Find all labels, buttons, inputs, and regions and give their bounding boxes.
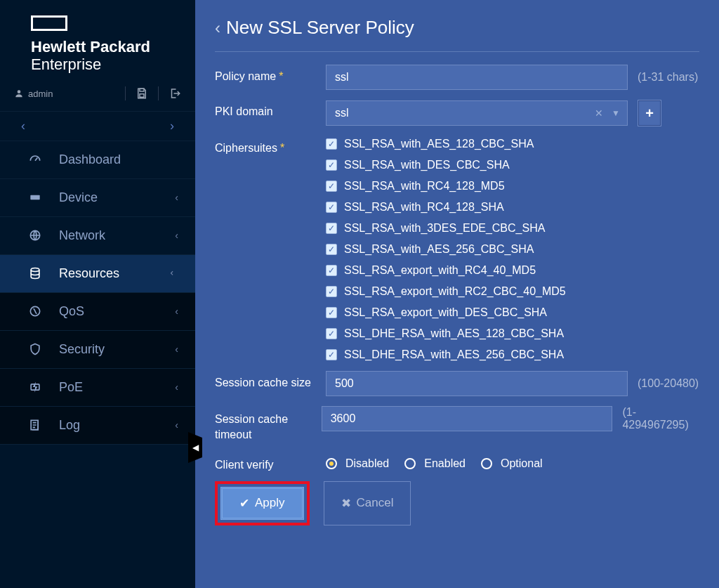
ciphersuite-label: SSL_RSA_export_with_RC4_40_MD5 [344, 264, 536, 277]
ciphersuite-item[interactable]: ✓SSL_RSA_export_with_DES_CBC_SHA [326, 306, 566, 319]
log-icon [28, 418, 46, 432]
cancel-button-label: Cancel [357, 496, 394, 510]
page-title: New SSL Server Policy [226, 17, 414, 39]
checkbox-icon[interactable]: ✓ [326, 265, 337, 276]
svg-point-5 [31, 268, 39, 272]
pki-domain-value: ssl [326, 101, 589, 125]
policy-name-input[interactable] [326, 65, 628, 90]
sidebar-item-device[interactable]: Device ‹ [0, 179, 195, 217]
checkbox-icon[interactable]: ✓ [326, 244, 337, 255]
clear-icon[interactable]: ✕ [589, 107, 609, 119]
database-icon [28, 266, 46, 280]
main-content: ‹ New SSL Server Policy Policy name* (1-… [195, 0, 719, 588]
ciphersuite-label: SSL_RSA_with_RC4_128_MD5 [344, 180, 505, 192]
checkbox-icon[interactable]: ✓ [326, 181, 337, 192]
ciphersuite-item[interactable]: ✓SSL_RSA_with_AES_256_CBC_SHA [326, 243, 566, 256]
ciphersuite-item[interactable]: ✓SSL_RSA_with_DES_CBC_SHA [326, 159, 566, 171]
pki-domain-select[interactable]: ssl ✕ ▼ [326, 100, 628, 126]
ciphersuite-label: SSL_RSA_export_with_RC2_CBC_40_MD5 [344, 285, 566, 298]
ciphersuite-item[interactable]: ✓SSL_RSA_with_AES_128_CBC_SHA [326, 138, 566, 150]
svg-rect-1 [140, 89, 144, 91]
sidebar-item-label: Device [59, 190, 175, 205]
svg-rect-3 [30, 195, 39, 200]
chevron-left-icon: ‹ [175, 381, 178, 393]
checkbox-icon[interactable]: ✓ [326, 328, 337, 339]
logout-icon[interactable] [169, 87, 181, 100]
policy-name-label: Policy name* [215, 65, 326, 83]
session-cache-timeout-input[interactable] [322, 406, 613, 431]
client-verify-label: Client verify [215, 453, 326, 471]
session-cache-timeout-label: Session cache timeout [215, 406, 322, 443]
sidebar-item-poe[interactable]: PoE ‹ [0, 369, 195, 407]
add-pki-domain-button[interactable]: + [638, 100, 661, 126]
ciphersuite-item[interactable]: ✓SSL_DHE_RSA_with_AES_128_CBC_SHA [326, 327, 566, 340]
cancel-button[interactable]: ✖ Cancel [324, 481, 411, 525]
radio-optional[interactable] [481, 458, 492, 469]
session-cache-size-hint: (100-20480) [638, 377, 699, 390]
radio-label: Optional [501, 457, 543, 470]
session-cache-size-label: Session cache size [215, 371, 326, 389]
ciphersuite-item[interactable]: ✓SSL_RSA_with_3DES_EDE_CBC_SHA [326, 222, 566, 235]
chevron-left-icon: ‹ [175, 419, 178, 431]
device-icon [28, 190, 46, 204]
checkbox-icon[interactable]: ✓ [326, 307, 337, 318]
ciphersuite-label: SSL_RSA_with_DES_CBC_SHA [344, 159, 510, 171]
ciphersuite-item[interactable]: ✓SSL_RSA_export_with_RC2_CBC_40_MD5 [326, 285, 566, 298]
checkbox-icon[interactable]: ✓ [326, 138, 337, 150]
ciphersuite-label: SSL_DHE_RSA_with_AES_256_CBC_SHA [344, 348, 564, 361]
sidebar-item-qos[interactable]: QoS ‹ [0, 293, 195, 331]
nav-prev-icon[interactable]: ‹ [21, 119, 25, 133]
svg-rect-2 [140, 94, 144, 98]
session-cache-size-input[interactable] [326, 371, 628, 396]
brand: Hewlett Packard Enterprise [0, 0, 195, 84]
ciphersuite-label: SSL_RSA_with_RC4_128_SHA [344, 201, 504, 214]
sidebar-item-label: PoE [59, 380, 175, 395]
user-icon [14, 89, 24, 98]
apply-button[interactable]: ✔ Apply [220, 487, 304, 520]
checkbox-icon[interactable]: ✓ [326, 159, 337, 171]
sidebar-item-label: Resources [59, 266, 170, 281]
radio-enabled[interactable] [404, 458, 416, 469]
sidebar-item-network[interactable]: Network ‹ [0, 217, 195, 255]
close-icon: ✖ [341, 496, 351, 511]
client-verify-radios: DisabledEnabledOptional [326, 453, 553, 470]
ciphersuite-item[interactable]: ✓SSL_DHE_RSA_with_AES_256_CBC_SHA [326, 348, 566, 361]
pki-domain-label: PKI domain [215, 100, 326, 118]
sidebar-item-label: Log [59, 418, 175, 433]
back-icon[interactable]: ‹ [215, 18, 220, 38]
sidebar-item-label: Network [59, 228, 175, 243]
save-icon[interactable] [136, 87, 148, 100]
checkbox-icon[interactable]: ✓ [326, 286, 337, 297]
ciphersuite-label: SSL_RSA_with_3DES_EDE_CBC_SHA [344, 222, 545, 235]
sidebar-item-log[interactable]: Log ‹ [0, 407, 195, 445]
nav-menu: Dashboard Device ‹ Network ‹ Resources ⌄… [0, 141, 195, 445]
sidebar: Hewlett Packard Enterprise admin ‹ › Das… [0, 0, 195, 588]
caret-down-icon[interactable]: ▼ [609, 108, 627, 118]
ciphersuite-label: SSL_RSA_with_AES_256_CBC_SHA [344, 243, 534, 256]
ciphersuite-item[interactable]: ✓SSL_RSA_with_RC4_128_MD5 [326, 180, 566, 192]
sidebar-item-security[interactable]: Security ‹ [0, 331, 195, 369]
shield-icon [28, 342, 46, 356]
ciphersuite-item[interactable]: ✓SSL_RSA_export_with_RC4_40_MD5 [326, 264, 566, 277]
session-cache-timeout-hint: (1-4294967295) [622, 406, 699, 431]
ciphersuite-item[interactable]: ✓SSL_RSA_with_RC4_128_SHA [326, 201, 566, 214]
sidebar-item-resources[interactable]: Resources ⌄ [0, 255, 195, 293]
checkbox-icon[interactable]: ✓ [326, 202, 337, 213]
brand-logo [31, 15, 67, 31]
globe-icon [28, 228, 46, 242]
chevron-left-icon: ‹ [175, 192, 178, 203]
user-name[interactable]: admin [28, 89, 53, 99]
chevron-left-icon: ‹ [175, 306, 178, 317]
radio-label: Enabled [424, 457, 466, 470]
sidebar-item-dashboard[interactable]: Dashboard [0, 141, 195, 179]
radio-disabled[interactable] [326, 458, 337, 469]
checkbox-icon[interactable]: ✓ [326, 223, 337, 234]
sidebar-item-label: Dashboard [59, 152, 178, 167]
poe-icon [28, 380, 46, 394]
sidebar-item-label: QoS [59, 304, 175, 319]
ciphersuite-label: SSL_DHE_RSA_with_AES_128_CBC_SHA [344, 327, 564, 340]
ciphersuites-label: Ciphersuites* [215, 136, 326, 155]
brand-line2: Enterprise [31, 55, 178, 73]
nav-next-icon[interactable]: › [170, 119, 174, 133]
checkbox-icon[interactable]: ✓ [326, 349, 337, 360]
